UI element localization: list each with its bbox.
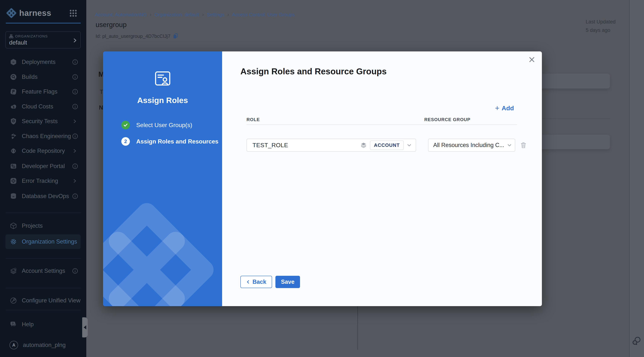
sidebar-item-label: Projects bbox=[22, 222, 43, 229]
sidebar-item-code-repository[interactable]: Code Repository bbox=[6, 144, 81, 158]
sidebar-item-chaos-engineering[interactable]: Chaos Engineering bbox=[6, 129, 81, 144]
sidebar-item-error-tracking[interactable]: Error Tracking bbox=[6, 174, 81, 188]
sidebar-item-label: Cloud Costs bbox=[22, 103, 53, 110]
sidebar-item-feature-flags[interactable]: Feature Flags bbox=[6, 84, 81, 99]
info-icon[interactable] bbox=[72, 163, 78, 169]
sidebar-item-deployments[interactable]: ∞ Deployments bbox=[6, 54, 81, 70]
help-chat-icon: ? bbox=[10, 321, 17, 328]
organization-value: default bbox=[9, 39, 77, 46]
sidebar-item-help[interactable]: ? Help bbox=[6, 317, 81, 332]
add-role-button[interactable]: + Add bbox=[495, 104, 514, 112]
info-icon[interactable] bbox=[72, 89, 78, 95]
page: Account: AutomationNG › Organization: de… bbox=[0, 0, 644, 357]
back-button[interactable]: Back bbox=[240, 276, 272, 288]
chat-support-icon[interactable] bbox=[631, 335, 643, 346]
background-text-fragment: T bbox=[100, 89, 103, 96]
column-header-role: ROLE bbox=[246, 117, 260, 122]
last-updated-block: Last Updated 5 days ago bbox=[586, 18, 616, 34]
assign-roles-card-icon bbox=[154, 70, 171, 87]
sidebar-item-database-devops[interactable]: ∞ Database DevOps bbox=[6, 189, 81, 204]
sidebar-item-label: Error Tracking bbox=[22, 178, 58, 184]
breadcrumb-link-account[interactable]: Account: AutomationNG bbox=[95, 12, 147, 18]
sidebar-item-developer-portal[interactable]: Developer Portal bbox=[6, 159, 81, 174]
account-settings-icon bbox=[10, 268, 17, 274]
delete-row-trash-icon[interactable] bbox=[520, 141, 527, 149]
sidebar-item-projects[interactable]: Projects bbox=[6, 218, 81, 233]
database-devops-icon: ∞ bbox=[10, 193, 17, 200]
chaos-engineering-icon bbox=[10, 133, 17, 140]
sidebar-item-label: Feature Flags bbox=[22, 88, 58, 95]
role-value: TEST_ROLE bbox=[252, 142, 288, 149]
sidebar-item-label: Security Tests bbox=[22, 118, 58, 125]
app-grid-icon[interactable] bbox=[69, 9, 77, 17]
sidebar-item-configure-unified-view[interactable]: Configure Unified View bbox=[6, 293, 81, 308]
sidebar-item-label: Builds bbox=[22, 74, 38, 80]
feature-flags-icon bbox=[10, 88, 17, 95]
right-strip bbox=[630, 0, 644, 357]
breadcrumb-link-user-groups[interactable]: Access Control: User Groups bbox=[232, 12, 295, 18]
info-icon[interactable] bbox=[72, 74, 78, 80]
svg-text:$: $ bbox=[13, 105, 15, 109]
avatar: A bbox=[10, 341, 18, 349]
error-tracking-icon bbox=[10, 178, 17, 184]
sidebar-item-label: Deployments bbox=[22, 59, 56, 66]
info-icon[interactable] bbox=[72, 193, 78, 199]
gear-icon bbox=[10, 238, 17, 245]
svg-text:∞: ∞ bbox=[12, 194, 15, 198]
sidebar: harness ORGANIZATIONS bbox=[0, 0, 86, 357]
close-icon[interactable]: × bbox=[528, 55, 536, 64]
harness-watermark-icon bbox=[103, 198, 218, 306]
breadcrumb-link-organization[interactable]: Organization: default bbox=[154, 12, 199, 18]
sidebar-edge bbox=[86, 0, 86, 357]
info-icon[interactable] bbox=[72, 59, 78, 65]
breadcrumb-separator: › bbox=[150, 12, 151, 18]
breadcrumb: Account: AutomationNG › Organization: de… bbox=[95, 12, 295, 18]
sidebar-item-label: Developer Portal bbox=[22, 163, 65, 170]
organizations-label: ORGANIZATIONS bbox=[15, 34, 48, 38]
harness-logo-text: harness bbox=[19, 8, 51, 18]
info-icon[interactable] bbox=[72, 104, 78, 110]
wizard-step-select-user-groups[interactable]: Select User Group(s) bbox=[121, 121, 192, 129]
sidebar-divider bbox=[6, 258, 81, 258]
sidebar-item-user-profile[interactable]: A automation_plng bbox=[6, 338, 81, 352]
security-tests-icon bbox=[10, 118, 17, 125]
chevron-right-icon bbox=[72, 38, 77, 43]
sidebar-item-cloud-costs[interactable]: $ Cloud Costs bbox=[6, 99, 81, 114]
table-header-divider bbox=[246, 124, 517, 125]
info-icon[interactable] bbox=[72, 133, 78, 139]
copy-icon[interactable] bbox=[173, 33, 179, 39]
chevron-left-icon bbox=[246, 280, 250, 284]
step-label: Assign Roles and Resources bbox=[136, 138, 218, 145]
chevron-down-icon bbox=[407, 143, 412, 148]
plus-icon: + bbox=[495, 104, 500, 112]
save-button[interactable]: Save bbox=[276, 276, 300, 288]
org-hierarchy-icon bbox=[9, 34, 13, 38]
step-number-badge: 2 bbox=[121, 137, 130, 146]
organization-selector[interactable]: ORGANIZATIONS default bbox=[6, 31, 81, 48]
cloud-costs-icon: $ bbox=[10, 103, 17, 110]
breadcrumb-link-settings[interactable]: Settings bbox=[207, 12, 224, 18]
scope-tag: ACCOUNT bbox=[370, 140, 404, 150]
sidebar-item-security-tests[interactable]: Security Tests bbox=[6, 114, 81, 129]
last-updated-label: Last Updated bbox=[586, 18, 616, 26]
harness-logo-icon bbox=[6, 8, 16, 18]
sidebar-item-builds[interactable]: Builds bbox=[6, 70, 81, 84]
sidebar-collapse-handle[interactable] bbox=[82, 317, 88, 338]
wrench-icon bbox=[10, 297, 17, 304]
svg-text:∞: ∞ bbox=[12, 60, 15, 64]
resource-group-select-field[interactable]: All Resources Including C... bbox=[428, 139, 515, 152]
breadcrumb-separator: › bbox=[227, 12, 229, 18]
developer-portal-icon bbox=[10, 163, 17, 170]
resource-group-value: All Resources Including C... bbox=[433, 142, 504, 148]
sidebar-item-organization-settings[interactable]: Organization Settings bbox=[6, 234, 81, 249]
assign-roles-panel: × Assign Roles and Resource Groups + Add… bbox=[222, 52, 542, 306]
wizard-step-assign-roles[interactable]: 2 Assign Roles and Resources bbox=[121, 137, 218, 146]
harness-logo[interactable]: harness bbox=[6, 8, 51, 18]
role-select-field[interactable]: TEST_ROLE ACCOUNT bbox=[246, 139, 416, 152]
avatar-letter: A bbox=[12, 343, 16, 348]
chevron-right-icon bbox=[72, 119, 77, 124]
content-vertical-divider bbox=[629, 0, 630, 357]
info-icon[interactable] bbox=[72, 268, 78, 274]
sidebar-item-account-settings[interactable]: Account Settings bbox=[6, 264, 81, 278]
lower-vertical-divider bbox=[358, 306, 358, 350]
